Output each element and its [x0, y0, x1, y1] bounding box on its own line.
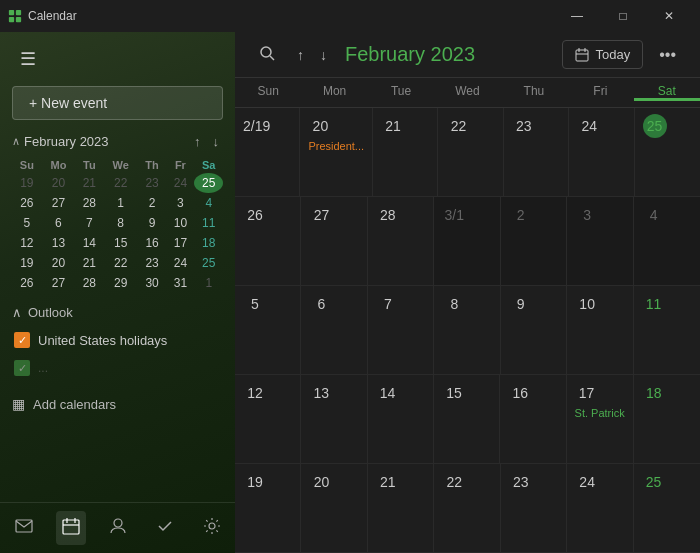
cal-cell-38[interactable]: 8 [434, 286, 500, 374]
mini-cell[interactable]: 9 [138, 213, 166, 233]
cal-cell-320[interactable]: 20 [301, 464, 367, 552]
mini-cell[interactable]: 6 [42, 213, 76, 233]
cal-cell-219[interactable]: 2/19 [235, 108, 300, 196]
mini-cell[interactable]: 20 [42, 173, 76, 193]
more-options-button[interactable]: ••• [651, 42, 684, 68]
cal-cell-323[interactable]: 23 [501, 464, 567, 552]
cal-cell-225[interactable]: 25 [635, 108, 700, 196]
hamburger-button[interactable]: ☰ [16, 44, 40, 74]
nav-tasks-button[interactable] [150, 511, 180, 545]
mini-cell[interactable]: 13 [42, 233, 76, 253]
mini-cell[interactable]: 21 [75, 173, 103, 193]
mini-cell[interactable]: 5 [12, 213, 42, 233]
cal-cell-311[interactable]: 11 [634, 286, 700, 374]
cal-event-presidents[interactable]: President... [308, 140, 364, 152]
calendar-checkbox-calendar[interactable]: ✓ [14, 360, 30, 376]
mini-cell[interactable]: 30 [138, 273, 166, 293]
mini-cell[interactable]: 7 [75, 213, 103, 233]
close-button[interactable]: ✕ [646, 0, 692, 32]
mini-cell[interactable]: 19 [12, 173, 42, 193]
mini-cell[interactable]: 29 [103, 273, 137, 293]
mini-cell[interactable]: 2 [138, 193, 166, 213]
mini-cell[interactable]: 22 [103, 253, 137, 273]
mini-cell[interactable]: 27 [42, 273, 76, 293]
new-event-button[interactable]: + New event [12, 86, 223, 120]
mini-cell[interactable]: 19 [12, 253, 42, 273]
mini-cal-prev-button[interactable]: ↑ [190, 132, 205, 151]
cal-cell-34[interactable]: 4 [634, 197, 700, 285]
mini-cell[interactable]: 21 [75, 253, 103, 273]
mini-cell[interactable]: 8 [103, 213, 137, 233]
cal-cell-316[interactable]: 16 [500, 375, 566, 463]
cal-cell-324[interactable]: 24 [567, 464, 633, 552]
cal-cell-228[interactable]: 28 [368, 197, 434, 285]
calendar-checkbox-holidays[interactable]: ✓ [14, 332, 30, 348]
cal-cell-37[interactable]: 7 [368, 286, 434, 374]
cal-cell-319[interactable]: 19 [235, 464, 301, 552]
nav-calendar-button[interactable] [56, 511, 86, 545]
cal-cell-220[interactable]: 20 President... [300, 108, 373, 196]
mini-cell[interactable]: 16 [138, 233, 166, 253]
minimize-button[interactable]: — [554, 0, 600, 32]
cal-cell-35[interactable]: 5 [235, 286, 301, 374]
outlook-header[interactable]: ∧ Outlook [12, 305, 223, 320]
mini-cell[interactable]: 24 [166, 173, 194, 193]
nav-settings-button[interactable] [197, 511, 227, 545]
cal-cell-224[interactable]: 24 [569, 108, 634, 196]
mini-cell[interactable]: 12 [12, 233, 42, 253]
cal-cell-33[interactable]: 3 [567, 197, 633, 285]
mini-cell[interactable]: 1 [103, 193, 137, 213]
calendar-item-calendar[interactable]: ✓ ... [12, 356, 223, 380]
mini-cell[interactable]: 28 [75, 193, 103, 213]
maximize-button[interactable]: □ [600, 0, 646, 32]
cal-cell-226[interactable]: 26 [235, 197, 301, 285]
mini-cell[interactable]: 3 [166, 193, 194, 213]
mini-cell[interactable]: 4 [194, 193, 223, 213]
mini-cell[interactable]: 25 [194, 173, 223, 193]
cal-cell-39[interactable]: 9 [501, 286, 567, 374]
cal-cell-314[interactable]: 14 [368, 375, 434, 463]
cal-event-stpatrick[interactable]: St. Patrick [575, 407, 625, 419]
mini-cell[interactable]: 23 [138, 173, 166, 193]
mini-cell[interactable]: 24 [166, 253, 194, 273]
mini-cell[interactable]: 20 [42, 253, 76, 273]
mini-cell[interactable]: 11 [194, 213, 223, 233]
mini-cell[interactable]: 15 [103, 233, 137, 253]
cal-cell-322[interactable]: 22 [434, 464, 500, 552]
add-calendars-button[interactable]: ▦ Add calendars [0, 388, 235, 420]
mini-cell[interactable]: 10 [166, 213, 194, 233]
mini-cell[interactable]: 28 [75, 273, 103, 293]
mini-cell[interactable]: 14 [75, 233, 103, 253]
cal-cell-317[interactable]: 17 St. Patrick [567, 375, 634, 463]
mini-cell[interactable]: 18 [194, 233, 223, 253]
mini-cell[interactable]: 31 [166, 273, 194, 293]
nav-people-button[interactable] [103, 511, 133, 545]
mini-cell[interactable]: 1 [194, 273, 223, 293]
cal-cell-313[interactable]: 13 [301, 375, 367, 463]
cal-cell-325[interactable]: 25 [634, 464, 700, 552]
mini-cell[interactable]: 17 [166, 233, 194, 253]
cal-prev-button[interactable]: ↑ [291, 43, 310, 67]
today-button[interactable]: Today [562, 40, 643, 69]
cal-cell-315[interactable]: 15 [434, 375, 500, 463]
cal-cell-222[interactable]: 22 [438, 108, 503, 196]
calendar-item-holidays[interactable]: ✓ United States holidays [12, 328, 223, 352]
mini-cell[interactable]: 27 [42, 193, 76, 213]
cal-cell-221[interactable]: 21 [373, 108, 438, 196]
mini-cell[interactable]: 26 [12, 193, 42, 213]
nav-mail-button[interactable] [9, 511, 39, 545]
cal-cell-318[interactable]: 18 [634, 375, 700, 463]
cal-cell-36[interactable]: 6 [301, 286, 367, 374]
mini-cell[interactable]: 26 [12, 273, 42, 293]
cal-next-button[interactable]: ↓ [314, 43, 333, 67]
cal-cell-32[interactable]: 2 [501, 197, 567, 285]
mini-cell[interactable]: 22 [103, 173, 137, 193]
cal-cell-310[interactable]: 10 [567, 286, 633, 374]
mini-cell[interactable]: 23 [138, 253, 166, 273]
search-button[interactable] [251, 41, 283, 69]
cal-cell-321[interactable]: 21 [368, 464, 434, 552]
cal-cell-223[interactable]: 23 [504, 108, 569, 196]
mini-cell[interactable]: 25 [194, 253, 223, 273]
cal-cell-312[interactable]: 12 [235, 375, 301, 463]
cal-cell-31[interactable]: 3/1 [434, 197, 500, 285]
